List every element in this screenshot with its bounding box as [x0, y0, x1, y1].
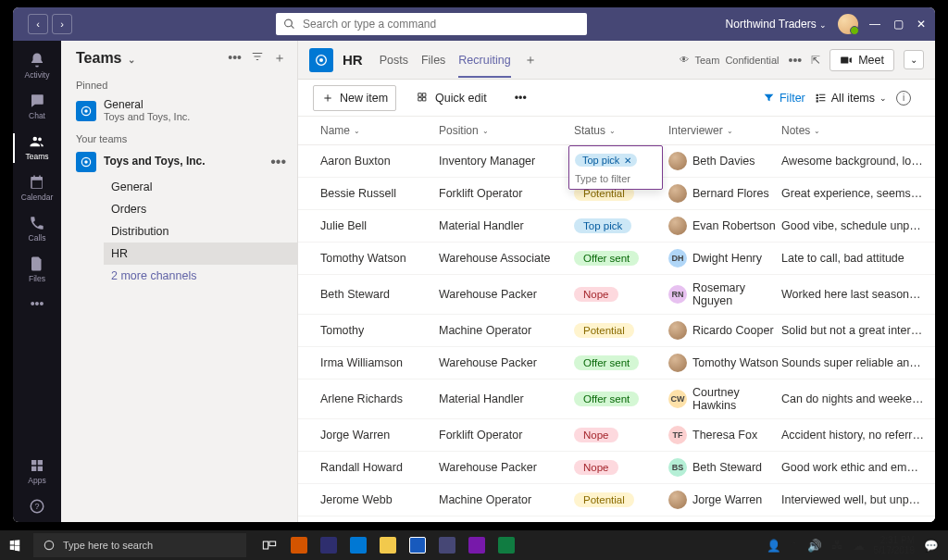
rail-more[interactable]: ••• [13, 291, 61, 318]
start-button[interactable] [0, 530, 30, 560]
filter-chip-remove[interactable]: ✕ [624, 156, 631, 166]
col-header-notes[interactable]: Notes⌄ [781, 124, 935, 137]
profile-avatar[interactable] [838, 14, 858, 34]
status-pill[interactable]: Offer sent [574, 251, 639, 266]
header-more-button[interactable]: ••• [788, 53, 802, 68]
status-pill[interactable]: Offer sent [574, 355, 639, 370]
header-popout-button[interactable]: ⇱ [811, 54, 820, 67]
meet-button[interactable]: Meet [830, 49, 894, 71]
taskbar-search[interactable]: Type here to search [33, 533, 246, 557]
channel-orders[interactable]: Orders [104, 198, 297, 220]
panel-more-button[interactable]: ••• [228, 50, 242, 67]
table-row[interactable]: Randall HowardWarehouse PackerNopeBSBeth… [298, 452, 935, 484]
nav-arrows: ‹ › [28, 14, 72, 34]
pinned-team-row[interactable]: General Toys and Toys, Inc. [61, 94, 297, 128]
status-pill[interactable]: Nope [574, 460, 618, 475]
window-minimize-button[interactable]: — [869, 18, 880, 31]
rail-help[interactable]: ? [13, 492, 61, 522]
status-pill[interactable]: Offer sent [574, 392, 639, 406]
window-maximize-button[interactable]: ▢ [893, 18, 904, 31]
sensitivity-tag[interactable]: 👁 Team Confidential [680, 55, 779, 66]
status-pill[interactable]: Nope [574, 287, 618, 302]
table-row[interactable]: Tomothy WatsonWarehouse AssociateOffer s… [298, 243, 935, 275]
taskbar-app-3[interactable] [344, 531, 372, 559]
status-pill[interactable]: Top pick [574, 218, 631, 233]
channel-distribution[interactable]: Distribution [104, 220, 297, 243]
taskbar-apps [256, 531, 520, 559]
quick-edit-button[interactable]: Quick edit [409, 88, 494, 108]
channel-hr[interactable]: HR [104, 243, 297, 265]
add-tab-button[interactable]: ＋ [520, 52, 541, 68]
col-header-position[interactable]: Position⌄ [439, 124, 574, 137]
col-header-name[interactable]: Name⌄ [320, 124, 439, 137]
taskbar-app-1[interactable] [285, 531, 313, 559]
command-search-input[interactable] [303, 18, 580, 31]
rail-calendar[interactable]: Calendar [13, 168, 61, 209]
nav-forward-button[interactable]: › [52, 14, 72, 34]
tray-people-icon[interactable]: 👤 [767, 539, 781, 553]
table-row[interactable]: Beth StewardWarehouse PackerNopeRNRosema… [298, 275, 935, 315]
command-search[interactable] [276, 13, 587, 35]
status-filter-popup[interactable]: Top pick ✕ [568, 145, 663, 190]
info-button[interactable]: i [896, 91, 911, 106]
cell-notes: Late to call, bad attitude [781, 252, 935, 265]
team-more-button[interactable]: ••• [270, 154, 286, 170]
status-pill[interactable]: Nope [574, 428, 618, 442]
table-row[interactable]: Jerome WebbMachine OperatorPotentialJorg… [298, 484, 935, 516]
rail-files[interactable]: Files [13, 250, 61, 291]
tray-expand-icon[interactable]: ⌃ [791, 541, 798, 550]
filter-chip[interactable]: Top pick ✕ [575, 154, 637, 167]
tray-clock[interactable]: 2:31 PM 5/17/2019 [874, 535, 916, 555]
panel-new-button[interactable]: ＋ [273, 50, 286, 67]
filter-button[interactable]: Filter [763, 92, 805, 105]
your-team-row[interactable]: Toys and Toys, Inc. ••• [61, 148, 297, 176]
table-row[interactable]: Julie BellMaterial HandlerTop pickEvan R… [298, 210, 935, 243]
tray-volume-icon[interactable]: 🔊 [807, 539, 822, 553]
cell-status: Potential [574, 492, 668, 507]
windows-icon [8, 539, 21, 552]
tray-cloud-icon[interactable]: ☁ [853, 539, 865, 553]
table-row[interactable]: Jorge WarrenForklift OperatorNopeTFThere… [298, 419, 935, 452]
taskbar-app-6[interactable] [433, 531, 461, 559]
nav-back-button[interactable]: ‹ [28, 14, 48, 34]
tab-posts[interactable]: Posts [380, 43, 408, 78]
taskbar-app-4[interactable] [374, 531, 402, 559]
tray-notifications-icon[interactable]: 💬 [924, 539, 939, 553]
channel-general[interactable]: General [104, 176, 297, 198]
more-channels-link[interactable]: 2 more channels [104, 265, 297, 287]
status-pill[interactable]: Potential [574, 323, 634, 338]
col-header-interviewer[interactable]: Interviewer⌄ [668, 124, 781, 137]
org-name-label[interactable]: Northwind Traders ⌄ [726, 18, 827, 31]
meet-dropdown-button[interactable]: ⌄ [904, 50, 924, 69]
tray-network-icon[interactable]: 🖧 [831, 539, 843, 552]
status-pill[interactable]: Potential [574, 492, 634, 507]
taskbar-app-5[interactable] [404, 531, 431, 559]
rail-chat[interactable]: Chat [13, 87, 61, 128]
table-row[interactable]: Arlene RichardsMaterial HandlerOffer sen… [298, 380, 935, 419]
rail-calls[interactable]: Calls [13, 209, 61, 250]
cell-interviewer: DHDwight Henry [668, 249, 781, 268]
cell-position: Machine Operator [439, 493, 574, 506]
taskbar-app-7[interactable] [463, 531, 491, 559]
tab-recruiting[interactable]: Recruiting [458, 43, 510, 78]
filter-input[interactable] [575, 171, 656, 186]
tab-files[interactable]: Files [421, 43, 445, 78]
new-item-button[interactable]: ＋New item [313, 85, 396, 111]
toolbar-more-button[interactable]: ••• [507, 88, 534, 108]
taskbar-app-8[interactable] [493, 531, 520, 559]
panel-filter-button[interactable] [251, 50, 264, 67]
window-close-button[interactable]: ✕ [917, 18, 926, 31]
teams-panel-title[interactable]: Teams ⌄ [76, 50, 135, 67]
taskbar-app-2[interactable] [315, 531, 343, 559]
col-header-status[interactable]: Status⌄ [574, 124, 668, 137]
table-row[interactable]: Evan RobertsonMaterial HandlerNopeRCRona… [298, 516, 935, 522]
rail-activity[interactable]: Activity [13, 46, 61, 87]
view-selector[interactable]: All items ⌄ [815, 92, 887, 105]
windows-taskbar: Type here to search 👤 ⌃ 🔊 🖧 ☁ 2:31 PM 5/… [0, 530, 948, 560]
rail-apps[interactable]: Apps [13, 452, 61, 492]
table-row[interactable]: Irma WilliamsonWarehouse PackerOffer sen… [298, 347, 935, 380]
rail-teams[interactable]: Teams [13, 128, 61, 168]
table-row[interactable]: TomothyMachine OperatorPotentialRicardo … [298, 315, 935, 347]
taskview-icon[interactable] [256, 531, 283, 559]
cell-status: Nope [574, 428, 668, 442]
